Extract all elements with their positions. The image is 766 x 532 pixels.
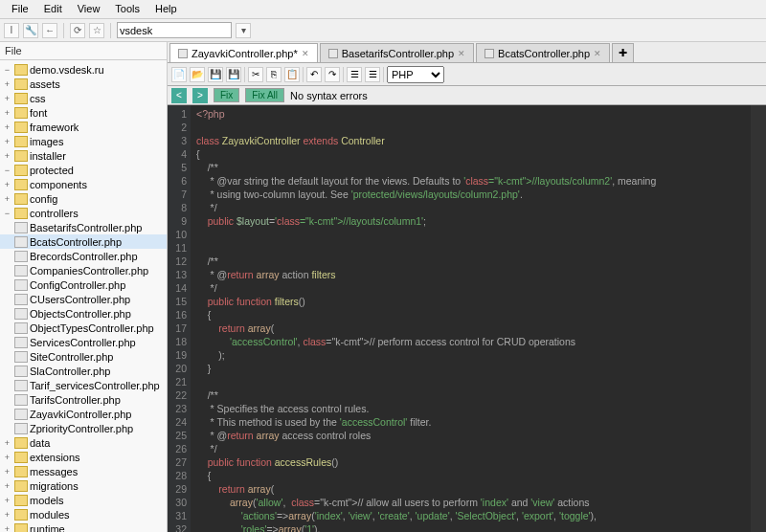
menu-file[interactable]: File (4, 0, 36, 18)
indent-icon[interactable]: ☰ (347, 67, 362, 82)
tree-node[interactable]: +models (0, 493, 167, 507)
tree-node[interactable]: SiteController.php (0, 349, 167, 364)
tree-node[interactable]: +css (0, 91, 167, 105)
next-icon[interactable]: > (192, 88, 208, 103)
file-tree[interactable]: −demo.vsdesk.ru+assets+css+font+framewor… (0, 60, 167, 532)
dropdown-icon[interactable]: ▾ (236, 23, 251, 38)
prev-icon[interactable]: < (171, 88, 187, 103)
tree-twisty-icon[interactable]: + (2, 496, 12, 505)
tree-node[interactable]: +messages (0, 464, 167, 478)
tree-node[interactable]: BcatsController.php (0, 234, 167, 249)
tree-node[interactable]: −demo.vsdesk.ru (0, 62, 167, 77)
tree-node[interactable]: ServicesController.php (0, 335, 167, 349)
cut-icon[interactable]: ✂ (248, 67, 263, 82)
tree-node[interactable]: +modules (0, 507, 167, 521)
tree-label: modules (30, 509, 70, 521)
tree-node[interactable]: ZayavkiController.php (0, 407, 167, 421)
close-icon[interactable]: ✕ (302, 49, 309, 58)
tree-node[interactable]: +config (0, 191, 167, 206)
editor-tab[interactable]: ZayavkiController.php*✕ (169, 43, 318, 62)
menu-tools[interactable]: Tools (107, 0, 147, 18)
tree-node[interactable]: ConfigController.php (0, 277, 167, 292)
tree-node[interactable]: CompaniesController.php (0, 263, 167, 277)
php-file-icon (14, 366, 28, 377)
tree-node[interactable]: +components (0, 177, 167, 191)
paste-icon[interactable]: 📋 (284, 67, 300, 82)
separator (343, 67, 344, 82)
tree-node[interactable]: +assets (0, 77, 167, 91)
open-icon[interactable]: 📂 (190, 67, 205, 82)
close-icon[interactable]: ✕ (458, 49, 465, 58)
code-lines[interactable]: <?php class ZayavkiController extends Co… (191, 105, 751, 532)
wrench-icon[interactable]: 🔧 (23, 23, 38, 38)
editor-tab[interactable]: BasetarifsController.php✕ (320, 43, 474, 62)
tree-node[interactable]: SlaController.php (0, 364, 167, 378)
tree-twisty-icon[interactable]: − (2, 166, 12, 175)
menu-edit[interactable]: Edit (36, 0, 70, 18)
tree-twisty-icon[interactable]: + (2, 524, 12, 533)
tree-twisty-icon[interactable]: + (2, 151, 12, 161)
menu-bar: File Edit View Tools Help (0, 0, 766, 19)
main-toolbar: I 🔧 ← ⟳ ☆ ▾ (0, 19, 766, 42)
history-icon[interactable]: ⟳ (70, 23, 85, 38)
tree-twisty-icon[interactable]: − (2, 65, 12, 75)
undo-icon[interactable]: ↶ (306, 67, 322, 82)
tree-twisty-icon[interactable]: + (2, 94, 12, 103)
tree-node[interactable]: TarifsController.php (0, 392, 167, 407)
tree-node[interactable]: ObjectsController.php (0, 306, 167, 321)
tree-node[interactable]: −controllers (0, 206, 167, 220)
language-select[interactable]: PHP (387, 66, 444, 83)
search-input[interactable] (117, 22, 232, 38)
tree-twisty-icon[interactable]: + (2, 467, 12, 477)
outdent-icon[interactable]: ☰ (365, 67, 380, 82)
fix-button[interactable]: Fix (214, 88, 239, 102)
folder-icon (14, 437, 28, 449)
tree-label: protected (30, 165, 74, 176)
tree-twisty-icon[interactable]: + (2, 180, 12, 189)
tree-node[interactable]: CUsersController.php (0, 292, 167, 306)
tree-twisty-icon[interactable]: + (2, 510, 12, 520)
tree-node[interactable]: +images (0, 134, 167, 148)
tree-twisty-icon[interactable]: + (2, 453, 12, 462)
tree-node[interactable]: −protected (0, 163, 167, 177)
folder-icon (14, 523, 28, 533)
save-icon[interactable]: 💾 (208, 67, 223, 82)
new-tab-button[interactable]: ✚ (612, 43, 634, 62)
close-icon[interactable]: ✕ (594, 49, 601, 58)
tree-node[interactable]: +data (0, 435, 167, 450)
tree-twisty-icon[interactable]: + (2, 108, 12, 118)
menu-view[interactable]: View (70, 0, 108, 18)
vertical-scrollbar[interactable] (751, 105, 766, 532)
tree-node[interactable]: BrecordsController.php (0, 249, 167, 263)
fix-all-button[interactable]: Fix All (245, 88, 284, 102)
new-icon[interactable]: 📄 (171, 67, 187, 82)
editor-tab[interactable]: BcatsController.php✕ (476, 43, 610, 62)
save-all-icon[interactable]: 💾 (226, 67, 241, 82)
menu-help[interactable]: Help (147, 0, 185, 18)
tree-node[interactable]: +framework (0, 120, 167, 134)
tree-node[interactable]: +font (0, 105, 167, 120)
tree-twisty-icon[interactable]: + (2, 481, 12, 491)
redo-icon[interactable]: ↷ (325, 67, 340, 82)
tree-twisty-icon[interactable]: − (2, 209, 12, 218)
tree-twisty-icon[interactable]: + (2, 438, 12, 448)
tree-node[interactable]: +migrations (0, 478, 167, 493)
tree-node[interactable]: Tarif_servicesController.php (0, 378, 167, 392)
php-file-icon (14, 308, 28, 320)
back-icon[interactable]: ← (42, 23, 57, 38)
tree-twisty-icon[interactable]: + (2, 122, 12, 132)
tree-node[interactable]: BasetarifsController.php (0, 220, 167, 234)
tree-twisty-icon[interactable]: + (2, 79, 12, 89)
code-area[interactable]: 1234567891011121314151617181920212223242… (168, 105, 766, 532)
tree-node[interactable]: +runtime (0, 521, 167, 532)
tree-twisty-icon[interactable]: + (2, 137, 12, 146)
tree-node[interactable]: +installer (0, 148, 167, 163)
star-icon[interactable]: ☆ (89, 23, 104, 38)
php-file-icon (14, 279, 28, 291)
tree-node[interactable]: +extensions (0, 450, 167, 464)
bold-icon[interactable]: I (4, 23, 19, 38)
tree-node[interactable]: ObjectTypesController.php (0, 321, 167, 335)
copy-icon[interactable]: ⎘ (266, 67, 282, 82)
tree-node[interactable]: ZpriorityController.php (0, 421, 167, 435)
tree-twisty-icon[interactable]: + (2, 194, 12, 204)
